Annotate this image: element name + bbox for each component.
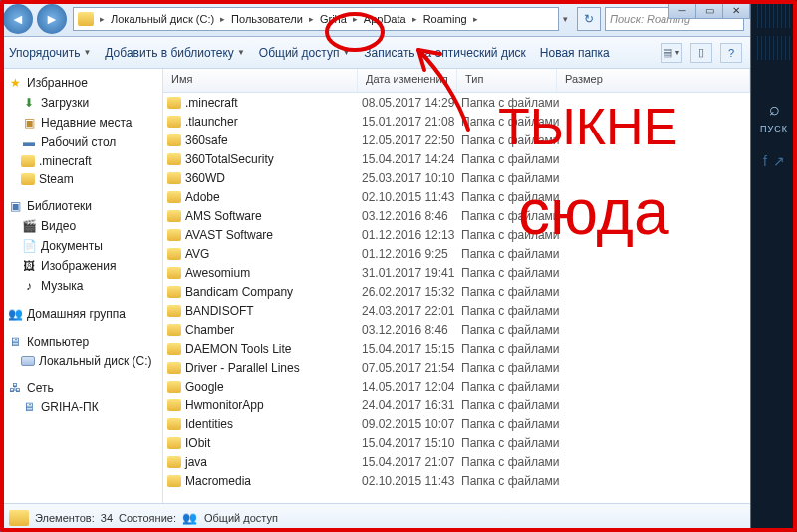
table-row[interactable]: java15.04.2017 21:07Папка с файлами: [163, 452, 750, 471]
help-button[interactable]: ?: [720, 43, 742, 63]
document-icon: 📄: [21, 238, 37, 254]
sidebar-item-localdisk[interactable]: Локальный диск (C:): [1, 352, 162, 370]
breadcrumb-seg[interactable]: Локальный диск (C:): [107, 13, 218, 25]
sidebar-item-music[interactable]: ♪Музыка: [1, 276, 162, 296]
table-row[interactable]: AVAST Software01.12.2016 12:13Папка с фа…: [163, 225, 750, 244]
file-rows[interactable]: .minecraft08.05.2017 14:29Папка с файлам…: [163, 93, 750, 503]
table-row[interactable]: 360WD25.03.2017 10:10Папка с файлами: [163, 168, 750, 187]
table-row[interactable]: Identities09.02.2015 10:07Папка с файлам…: [163, 414, 750, 433]
network-icon: 🖧: [7, 380, 23, 396]
file-date: 12.05.2017 22:50: [362, 133, 461, 147]
column-size[interactable]: Размер: [557, 69, 750, 92]
sidebar-item-desktop[interactable]: ▬Рабочий стол: [1, 133, 162, 152]
table-row[interactable]: BANDISOFT24.03.2017 22:01Папка с файлами: [163, 301, 750, 320]
table-row[interactable]: .minecraft08.05.2017 14:29Папка с файлам…: [163, 93, 750, 112]
file-type: Папка с файлами: [461, 417, 561, 431]
table-row[interactable]: Awesomium31.01.2017 19:41Папка с файлами: [163, 263, 750, 282]
sidebar-computer[interactable]: 🖥Компьютер: [1, 332, 162, 352]
desktop-icon: ▬: [21, 134, 37, 150]
view-options-button[interactable]: ▤▼: [661, 43, 682, 63]
organize-button[interactable]: Упорядочить▼: [9, 46, 91, 60]
table-row[interactable]: .tlauncher15.01.2017 21:08Папка с файлам…: [163, 112, 750, 131]
search-icon[interactable]: ⌕: [759, 94, 789, 124]
table-row[interactable]: AVG01.12.2016 9:25Папка с файлами: [163, 244, 750, 263]
image-icon: 🖼: [21, 258, 37, 274]
sidebar-item-video[interactable]: 🎬Видео: [1, 216, 162, 236]
folder-icon: [167, 324, 181, 336]
status-bar: Элементов: 34 Состояние: 👥 Общий доступ: [1, 503, 750, 531]
social-icons: f ↗: [763, 153, 785, 169]
preview-pane-button[interactable]: ▯: [690, 43, 712, 63]
computer-icon: 🖥: [21, 399, 37, 415]
star-icon: ★: [7, 75, 23, 91]
burn-button[interactable]: Записать на оптический диск: [364, 46, 526, 60]
sharing-icon: 👥: [182, 510, 198, 526]
table-row[interactable]: Chamber03.12.2016 8:46Папка с файлами: [163, 320, 750, 339]
sidebar-libraries[interactable]: ▣Библиотеки: [1, 196, 162, 216]
table-row[interactable]: Adobe02.10.2015 11:43Папка с файлами: [163, 187, 750, 206]
breadcrumb-seg[interactable]: Пользователи: [227, 13, 307, 25]
table-row[interactable]: IObit15.04.2017 15:10Папка с файлами: [163, 433, 750, 452]
chevron-right-icon: ▸: [307, 14, 316, 24]
table-row[interactable]: 360TotalSecurity15.04.2017 14:24Папка с …: [163, 149, 750, 168]
table-row[interactable]: HwmonitorApp24.04.2017 16:31Папка с файл…: [163, 396, 750, 414]
file-type: Папка с файлами: [461, 323, 561, 337]
history-dropdown[interactable]: ▾: [563, 14, 577, 24]
sidebar-network[interactable]: 🖧Сеть: [1, 378, 162, 398]
folder-icon: [167, 97, 181, 109]
chevron-right-icon: ▸: [98, 14, 107, 24]
main-area: ★Избранное ⬇Загрузки ▣Недавние места ▬Ра…: [1, 69, 750, 503]
sidebar-item-documents[interactable]: 📄Документы: [1, 236, 162, 256]
column-date[interactable]: Дата изменения: [358, 69, 457, 92]
address-bar[interactable]: ▸ Локальный диск (C:)▸ Пользователи▸ Gri…: [73, 7, 559, 31]
sidebar-item-minecraft[interactable]: .minecraft: [1, 152, 162, 170]
sidebar-item-recent[interactable]: ▣Недавние места: [1, 113, 162, 133]
table-row[interactable]: Bandicam Company26.02.2017 15:32Папка с …: [163, 282, 750, 301]
file-date: 31.01.2017 19:41: [362, 266, 461, 280]
folder-icon: [167, 343, 181, 355]
table-row[interactable]: DAEMON Tools Lite15.04.2017 15:15Папка с…: [163, 339, 750, 358]
add-to-library-button[interactable]: Добавить в библиотеку▼: [105, 46, 244, 60]
back-button[interactable]: ◄: [3, 4, 33, 34]
sidebar-homegroup[interactable]: 👥Домашняя группа: [1, 304, 162, 324]
maximize-button[interactable]: ▭: [695, 1, 723, 19]
chevron-right-icon: ▸: [351, 14, 360, 24]
sidebar-item-grihapc[interactable]: 🖥GRIHA-ПК: [1, 398, 162, 417]
breadcrumb-seg[interactable]: Griha: [316, 13, 351, 25]
status-elements-count: 34: [101, 512, 113, 524]
file-name: AVG: [185, 247, 209, 261]
refresh-button[interactable]: ↻: [577, 7, 601, 31]
music-icon: ♪: [21, 278, 37, 294]
table-row[interactable]: Driver - Parallel Lines07.05.2017 21:54П…: [163, 358, 750, 377]
new-folder-button[interactable]: Новая папка: [540, 46, 610, 60]
close-button[interactable]: ✕: [722, 1, 750, 19]
facebook-icon[interactable]: f: [763, 153, 767, 169]
sidebar-item-steam[interactable]: Steam: [1, 170, 162, 188]
sidebar-item-downloads[interactable]: ⬇Загрузки: [1, 93, 162, 113]
file-list: Имя Дата изменения Тип Размер .minecraft…: [163, 69, 750, 503]
minimize-button[interactable]: ─: [668, 1, 696, 19]
file-name: 360TotalSecurity: [185, 152, 274, 166]
folder-icon: [167, 286, 181, 298]
file-name: Bandicam Company: [185, 285, 293, 299]
file-date: 14.05.2017 12:04: [362, 380, 461, 394]
share-button[interactable]: Общий доступ▼: [259, 46, 351, 60]
sidebar-favorites[interactable]: ★Избранное: [1, 73, 162, 93]
breadcrumb-seg[interactable]: Roaming: [419, 13, 471, 25]
table-row[interactable]: Macromedia02.10.2015 11:43Папка с файлам…: [163, 471, 750, 490]
breadcrumb-seg[interactable]: AppData: [360, 13, 410, 25]
column-type[interactable]: Тип: [457, 69, 557, 92]
table-row[interactable]: Google14.05.2017 12:04Папка с файлами: [163, 377, 750, 396]
file-date: 07.05.2017 21:54: [362, 361, 461, 375]
column-name[interactable]: Имя: [163, 69, 358, 92]
table-row[interactable]: 360safe12.05.2017 22:50Папка с файлами: [163, 131, 750, 149]
file-name: Google: [185, 380, 224, 394]
status-state-value: Общий доступ: [204, 512, 278, 524]
file-name: .tlauncher: [185, 115, 238, 129]
table-row[interactable]: AMS Software03.12.2016 8:46Папка с файла…: [163, 206, 750, 225]
forward-button[interactable]: ►: [37, 4, 67, 34]
share-icon[interactable]: ↗: [773, 153, 785, 169]
file-name: Driver - Parallel Lines: [185, 361, 300, 375]
sidebar-item-images[interactable]: 🖼Изображения: [1, 256, 162, 276]
sidebar[interactable]: ★Избранное ⬇Загрузки ▣Недавние места ▬Ра…: [1, 69, 163, 503]
